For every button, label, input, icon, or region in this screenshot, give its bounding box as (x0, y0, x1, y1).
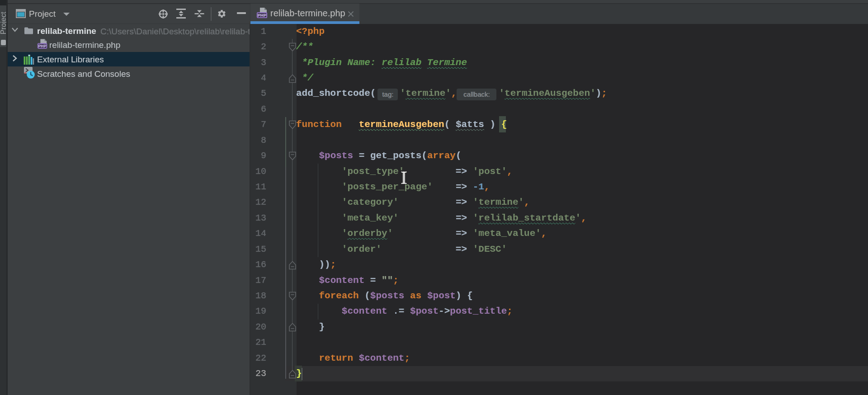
svg-text:PHP: PHP (38, 44, 47, 48)
svg-text:PHP: PHP (258, 13, 267, 18)
